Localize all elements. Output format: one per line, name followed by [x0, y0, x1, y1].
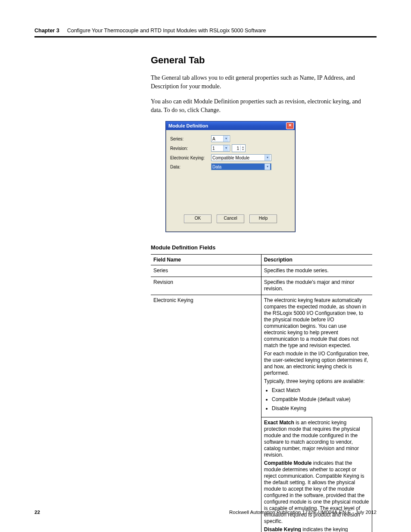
publication-info: Rockwell Automation Publication 1732E-UM…	[229, 510, 377, 515]
ek-p3: Typically, three keying options are avai…	[264, 378, 370, 385]
electronic-keying-value: Compatible Module	[212, 156, 249, 160]
ek-compat-strong: Compatible Module	[264, 460, 312, 466]
page-footer: 22 Rockwell Automation Publication 1732E…	[34, 510, 377, 515]
table-row: Electronic Keying The electronic keying …	[151, 295, 372, 417]
spinner-arrows-icon: ▲▼	[240, 146, 245, 151]
chapter-title: Configure Your Thermocouple and RTD Inpu…	[67, 28, 266, 34]
revision-major-value: 1	[212, 146, 215, 151]
electronic-keying-combo[interactable]: Compatible Module ▾	[211, 154, 271, 161]
series-label: Series:	[170, 137, 211, 141]
revision-major-combo[interactable]: 1 ▾	[211, 145, 230, 152]
dialog-title: Module Definition	[168, 123, 208, 128]
table-row: Revision Specifies the module's major an…	[151, 277, 372, 295]
chevron-down-icon: ▾	[223, 136, 229, 142]
ek-bullet: Disable Keying	[272, 405, 370, 412]
th-field-name: Field Name	[151, 255, 261, 265]
th-description: Description	[261, 255, 372, 265]
table-title: Module Definition Fields	[151, 244, 372, 251]
chevron-down-icon: ▾	[265, 155, 270, 161]
cell-ek-desc-top: The electronic keying feature automatica…	[261, 295, 372, 417]
ek-compat-rest: indicates that the module determines whe…	[264, 460, 369, 524]
data-combo[interactable]: Data ▾	[211, 163, 271, 170]
cell-series-desc: Specifies the module series.	[261, 265, 372, 277]
ek-exact-strong: Exact Match	[264, 420, 294, 426]
ek-label: Electronic Keying:	[170, 156, 211, 160]
cancel-button[interactable]: Cancel	[217, 215, 244, 223]
page-number: 22	[34, 510, 40, 515]
revision-minor-value: 1	[232, 146, 240, 151]
chevron-down-icon: ▾	[265, 164, 270, 170]
chevron-down-icon: ▾	[223, 145, 229, 151]
intro-paragraph-1: The General tab allows you to edit gener…	[151, 74, 372, 90]
revision-label: Revision:	[170, 146, 211, 151]
cell-revision-name: Revision	[151, 277, 261, 295]
cell-ek-name: Electronic Keying	[151, 295, 261, 532]
chapter-label: Chapter 3	[34, 28, 59, 34]
cell-revision-desc: Specifies the module's major and minor r…	[261, 277, 372, 295]
dialog-titlebar[interactable]: Module Definition ✕	[166, 121, 295, 130]
data-value: Data	[212, 165, 221, 169]
ek-bullet: Compatible Module (default value)	[272, 396, 370, 403]
revision-minor-spinner[interactable]: 1 ▲▼	[232, 144, 246, 152]
close-icon[interactable]: ✕	[286, 122, 294, 129]
cell-ek-desc-bottom: Exact Match is an electronic keying prot…	[261, 417, 372, 532]
ek-exact-match: Exact Match is an electronic keying prot…	[264, 420, 369, 458]
intro-paragraph-2: You also can edit Module Definition prop…	[151, 97, 372, 114]
ek-disable-keying: Disable Keying indicates the keying attr…	[264, 526, 369, 532]
ek-compatible-module: Compatible Module indicates that the mod…	[264, 460, 369, 525]
header-rule	[34, 36, 377, 37]
ek-bullets: Exact Match Compatible Module (default v…	[264, 387, 370, 412]
ek-p2: For each module in the I/O Configuration…	[264, 351, 370, 376]
ek-p1: The electronic keying feature automatica…	[264, 297, 370, 349]
ek-bullet: Exact Match	[272, 387, 370, 394]
data-label: Data:	[170, 165, 211, 169]
ok-button[interactable]: OK	[184, 215, 212, 223]
table-row: Series Specifies the module series.	[151, 265, 372, 277]
module-definition-table: Field Name Description Series Specifies …	[151, 254, 372, 532]
help-button[interactable]: Help	[249, 215, 277, 223]
module-definition-dialog: Module Definition ✕ Series: A ▾ Revision…	[165, 121, 296, 232]
ek-disable-strong: Disable Keying	[264, 526, 301, 532]
section-heading: General Tab	[151, 55, 372, 66]
series-combo[interactable]: A ▾	[211, 135, 230, 142]
cell-series-name: Series	[151, 265, 261, 277]
series-value: A	[212, 137, 215, 141]
